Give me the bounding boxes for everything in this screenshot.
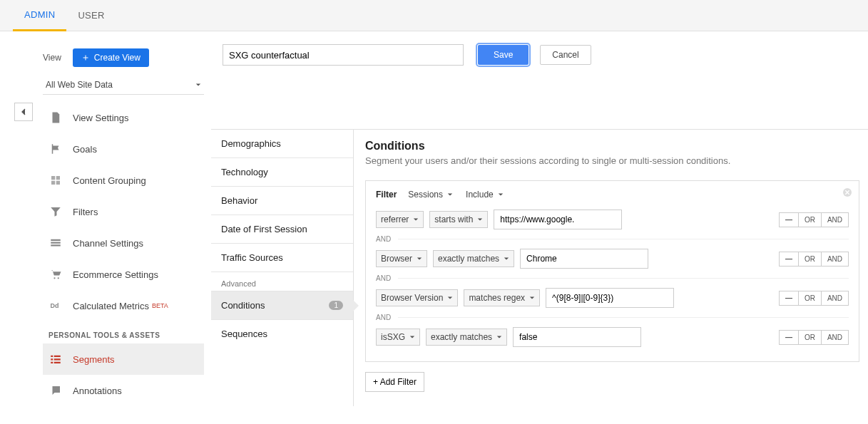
cat-sequences[interactable]: Sequences xyxy=(211,319,353,348)
view-dropdown[interactable]: All Web Site Data xyxy=(43,76,204,95)
or-button[interactable]: OR xyxy=(798,291,822,306)
value-input[interactable] xyxy=(513,327,641,347)
tab-user[interactable]: USER xyxy=(66,0,116,31)
and-button[interactable]: AND xyxy=(821,212,849,227)
view-dropdown-label: All Web Site Data xyxy=(46,80,113,90)
funnel-icon xyxy=(48,205,63,219)
svg-rect-1 xyxy=(51,242,61,244)
row-ops: —ORAND xyxy=(780,330,849,345)
and-button[interactable]: AND xyxy=(821,291,849,306)
operator-label: matches regex xyxy=(469,293,525,303)
nav-label: Ecommerce Settings xyxy=(73,269,158,280)
arrow-left-icon xyxy=(18,106,29,118)
create-view-label: Create View xyxy=(94,53,141,63)
nav-calculated-metrics[interactable]: Dd Calculated Metrics BETA xyxy=(43,290,204,321)
or-button[interactable]: OR xyxy=(798,330,822,345)
operator-label: exactly matches xyxy=(438,254,499,264)
cat-conditions[interactable]: Conditions 1 xyxy=(211,291,353,319)
dimension-label: Browser Version xyxy=(381,293,443,303)
nav-ecommerce-settings[interactable]: Ecommerce Settings xyxy=(43,259,204,290)
svg-rect-10 xyxy=(51,362,53,363)
tab-admin[interactable]: ADMIN xyxy=(13,0,66,31)
remove-button[interactable]: — xyxy=(779,291,799,306)
annotation-icon xyxy=(48,383,63,398)
cat-technology[interactable]: Technology xyxy=(211,157,353,186)
sessions-dropdown[interactable]: Sessions xyxy=(408,190,453,200)
plus-icon xyxy=(81,53,90,62)
add-filter-button[interactable]: + Add Filter xyxy=(365,372,424,392)
and-text: AND xyxy=(376,314,391,321)
operator-label: exactly matches xyxy=(431,332,492,342)
nav-label: Channel Settings xyxy=(73,238,143,249)
and-text: AND xyxy=(376,274,391,282)
nav-annotations[interactable]: Annotations xyxy=(43,375,204,406)
operator-dropdown[interactable]: exactly matches xyxy=(426,329,507,346)
conditions-count-badge: 1 xyxy=(329,301,343,310)
dimension-dropdown[interactable]: Browser xyxy=(376,250,427,267)
segment-name-input[interactable] xyxy=(223,44,464,66)
save-button[interactable]: Save xyxy=(478,45,529,65)
back-button[interactable] xyxy=(14,103,33,121)
svg-rect-8 xyxy=(51,358,53,360)
row-ops: —ORAND xyxy=(780,212,849,227)
and-button[interactable]: AND xyxy=(821,330,849,345)
metrics-icon: Dd xyxy=(48,299,63,313)
cancel-button[interactable]: Cancel xyxy=(540,45,591,65)
or-button[interactable]: OR xyxy=(798,252,822,267)
top-tabs: ADMIN USER xyxy=(0,0,868,31)
nav-label: Annotations xyxy=(73,386,122,396)
cat-date-first-session[interactable]: Date of First Session xyxy=(211,214,353,243)
caret-down-icon xyxy=(477,217,483,222)
remove-button[interactable]: — xyxy=(779,252,799,267)
nav-channel-settings[interactable]: Channel Settings xyxy=(43,227,204,259)
cart-icon xyxy=(48,267,63,281)
dimension-dropdown[interactable]: isSXG xyxy=(376,329,420,346)
cat-demographics[interactable]: Demographics xyxy=(211,130,353,157)
category-column: Demographics Technology Behavior Date of… xyxy=(211,130,354,406)
and-button[interactable]: AND xyxy=(821,252,849,267)
svg-point-3 xyxy=(53,277,55,279)
svg-rect-9 xyxy=(54,358,61,360)
or-button[interactable]: OR xyxy=(798,212,822,227)
nav-view-settings[interactable]: View Settings xyxy=(43,102,204,133)
dimension-dropdown[interactable]: referrer xyxy=(376,211,424,228)
remove-button[interactable]: — xyxy=(779,212,799,227)
dimension-dropdown[interactable]: Browser Version xyxy=(376,289,458,306)
remove-button[interactable]: — xyxy=(779,330,799,345)
nav-content-grouping[interactable]: Content Grouping xyxy=(43,165,204,196)
condition-row: isSXGexactly matches—ORAND xyxy=(376,327,849,347)
include-label: Include xyxy=(466,190,494,200)
include-dropdown[interactable]: Include xyxy=(466,190,504,200)
close-icon[interactable] xyxy=(842,187,853,198)
condition-row: Browser Versionmatches regex—ORAND xyxy=(376,288,849,308)
operator-dropdown[interactable]: exactly matches xyxy=(433,250,514,267)
filter-label: Filter xyxy=(376,190,397,200)
operator-dropdown[interactable]: matches regex xyxy=(464,289,540,306)
view-label: View xyxy=(43,53,61,63)
svg-rect-11 xyxy=(54,362,61,363)
flag-icon xyxy=(48,142,63,156)
cat-traffic-sources[interactable]: Traffic Sources xyxy=(211,243,353,272)
value-input[interactable] xyxy=(520,249,648,269)
section-header-personal: PERSONAL TOOLS & ASSETS xyxy=(43,321,204,343)
caret-down-icon xyxy=(409,334,415,340)
nav-goals[interactable]: Goals xyxy=(43,133,204,165)
grouping-icon xyxy=(48,173,63,187)
nav-label: Calculated Metrics xyxy=(73,301,149,311)
caret-down-icon xyxy=(413,217,419,222)
value-input[interactable] xyxy=(494,210,622,229)
caret-down-icon xyxy=(496,334,502,340)
nav-label: Content Grouping xyxy=(73,175,146,186)
svg-text:Dd: Dd xyxy=(51,302,59,309)
nav-segments[interactable]: Segments xyxy=(43,343,204,375)
condition-row: Browserexactly matches—ORAND xyxy=(376,249,849,269)
value-input[interactable] xyxy=(546,288,674,308)
cat-group-advanced: Advanced xyxy=(211,272,353,291)
operator-dropdown[interactable]: starts with xyxy=(429,211,488,228)
cat-behavior[interactable]: Behavior xyxy=(211,186,353,214)
conditions-subtitle: Segment your users and/or their sessions… xyxy=(365,155,859,166)
sidebar: View Create View All Web Site Data View … xyxy=(33,31,211,406)
nav-filters[interactable]: Filters xyxy=(43,196,204,227)
sessions-label: Sessions xyxy=(408,190,443,200)
create-view-button[interactable]: Create View xyxy=(73,48,149,67)
